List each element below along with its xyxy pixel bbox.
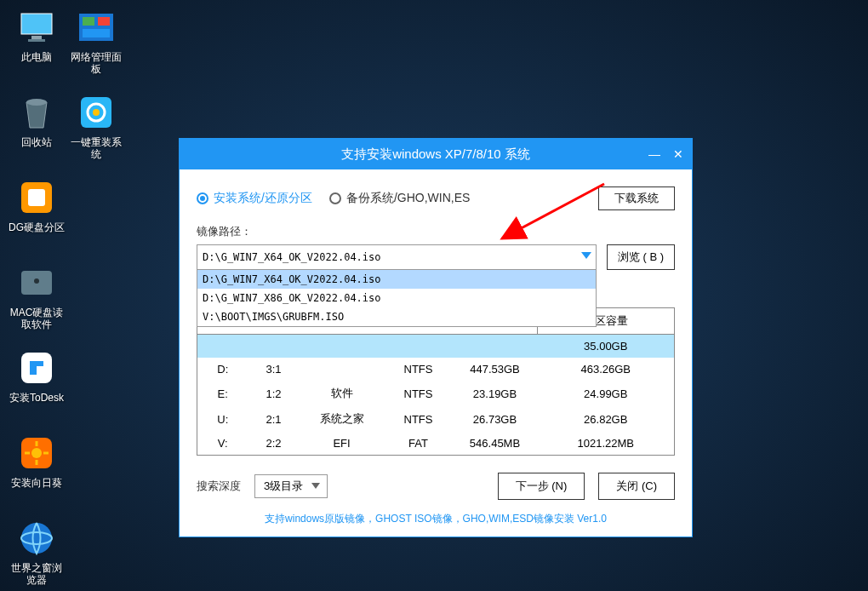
table-row[interactable]: D:3:1NTFS447.53GB463.26GB <box>197 358 675 381</box>
icon-label: 网络管理面板 <box>66 51 126 76</box>
image-path-input[interactable] <box>197 244 597 270</box>
desktop-icon-sunflower[interactable]: 安装向日葵 <box>7 433 66 489</box>
desktop-icon-network-panel[interactable]: 网络管理面板 <box>66 7 126 76</box>
desktop-icon-reinstall[interactable]: 一键重装系统 <box>66 92 126 161</box>
svg-rect-0 <box>21 14 52 34</box>
desktop-icon-browser[interactable]: 世界之窗浏览器 <box>7 518 66 587</box>
radio-install[interactable]: 安装系统/还原分区 <box>197 191 312 206</box>
dropdown-item[interactable]: D:\G_WIN7_X64_OK_V2022.04.iso <box>197 270 596 289</box>
svg-point-14 <box>34 278 39 284</box>
svg-rect-4 <box>83 17 94 26</box>
radio-install-label: 安装系统/还原分区 <box>214 191 312 206</box>
download-system-button[interactable]: 下载系统 <box>598 186 675 210</box>
minimize-button[interactable]: — <box>648 147 661 161</box>
desktop-icon-dg-partition[interactable]: DG硬盘分区 <box>7 177 66 233</box>
dropdown-item[interactable]: V:\BOOT\IMGS\GRUBFM.ISO <box>197 307 596 326</box>
table-row[interactable]: V:2:2EFIFAT546.45MB1021.22MB <box>197 432 675 456</box>
svg-point-7 <box>26 99 47 106</box>
svg-point-22 <box>21 523 52 554</box>
svg-rect-12 <box>28 189 45 206</box>
installer-window: 支持安装windows XP/7/8/10 系统 — ✕ 安装系统/还原分区 备… <box>179 138 693 537</box>
desktop-icon-recycle-bin[interactable]: 回收站 <box>7 92 66 148</box>
table-row[interactable]: 35.00GB <box>197 335 675 359</box>
table-row[interactable]: E:1:2软件NTFS23.19GB24.99GB <box>197 381 675 406</box>
svg-rect-5 <box>98 17 110 26</box>
dropdown-arrow-icon[interactable] <box>581 252 591 259</box>
next-button[interactable]: 下一步 (N) <box>498 473 585 500</box>
close-action-button[interactable]: 关闭 (C) <box>598 473 675 500</box>
icon-label: 安装ToDesk <box>7 392 66 404</box>
svg-rect-2 <box>28 39 45 42</box>
depth-label: 搜索深度 <box>197 479 241 494</box>
svg-point-10 <box>93 109 100 116</box>
icon-label: 一键重装系统 <box>66 136 126 161</box>
dropdown-item[interactable]: D:\G_WIN7_X86_OK_V2022.04.iso <box>197 289 596 307</box>
radio-backup-label: 备份系统/GHO,WIN,ES <box>346 191 470 206</box>
icon-label: 此电脑 <box>7 51 66 63</box>
drive-table: 分区容量 35.00GB D:3:1NTFS447.53GB463.26GB E… <box>197 307 675 456</box>
chevron-down-icon <box>311 483 320 489</box>
svg-rect-6 <box>83 29 110 37</box>
icon-label: MAC硬盘读取软件 <box>7 307 66 331</box>
browse-button[interactable]: 浏览 ( B ) <box>607 244 675 270</box>
icon-label: DG硬盘分区 <box>7 221 66 233</box>
image-path-combobox[interactable]: D:\G_WIN7_X64_OK_V2022.04.iso D:\G_WIN7_… <box>197 244 597 270</box>
footer-text: 支持windows原版镜像，GHOST ISO镜像，GHO,WIM,ESD镜像安… <box>197 512 675 526</box>
window-title: 支持安装windows XP/7/8/10 系统 <box>341 146 530 163</box>
depth-select[interactable]: 3级目录 <box>254 474 328 498</box>
close-button[interactable]: ✕ <box>671 147 685 161</box>
dropdown-list: D:\G_WIN7_X64_OK_V2022.04.iso D:\G_WIN7_… <box>197 270 597 327</box>
radio-backup[interactable]: 备份系统/GHO,WIN,ES <box>329 191 470 206</box>
svg-rect-1 <box>31 36 42 39</box>
icon-label: 世界之窗浏览器 <box>7 562 66 587</box>
desktop-icon-this-pc[interactable]: 此电脑 <box>7 7 66 63</box>
icon-label: 安装向日葵 <box>7 477 66 489</box>
icon-label: 回收站 <box>7 136 66 148</box>
titlebar: 支持安装windows XP/7/8/10 系统 — ✕ <box>180 139 692 169</box>
desktop-icon-mac-hdd[interactable]: MAC硬盘读取软件 <box>7 262 66 331</box>
svg-point-17 <box>31 448 42 458</box>
path-label: 镜像路径： <box>197 224 675 239</box>
table-row[interactable]: U:2:1系统之家NTFS26.73GB26.82GB <box>197 406 675 432</box>
desktop-icon-todesk[interactable]: 安装ToDesk <box>7 347 66 404</box>
